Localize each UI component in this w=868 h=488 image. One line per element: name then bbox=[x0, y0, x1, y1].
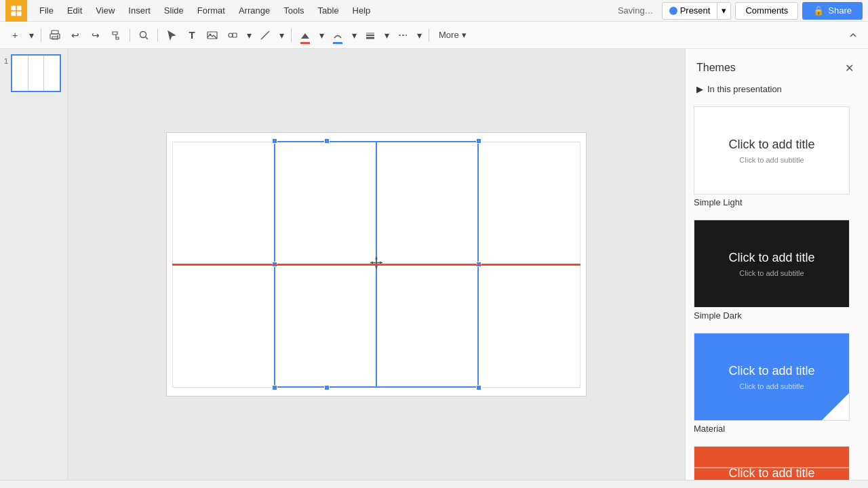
undo-button[interactable]: ↩ bbox=[66, 26, 85, 45]
handle-top-right[interactable] bbox=[476, 138, 481, 144]
line-button[interactable] bbox=[256, 26, 275, 45]
slide-number: 1 bbox=[4, 54, 8, 65]
divider-5 bbox=[429, 28, 429, 42]
svg-rect-3 bbox=[17, 11, 22, 16]
handle-mid-left[interactable] bbox=[272, 262, 277, 267]
text-button[interactable]: T bbox=[182, 26, 201, 45]
fill-color-dropdown[interactable]: ▾ bbox=[316, 26, 327, 45]
menu-tools[interactable]: Tools bbox=[277, 3, 311, 18]
theme-simple-dark-label: Simple Dark bbox=[694, 310, 860, 321]
border-dash-dropdown[interactable]: ▾ bbox=[414, 26, 425, 45]
menu-file[interactable]: File bbox=[33, 3, 60, 18]
menu-table[interactable]: Table bbox=[311, 3, 346, 18]
table-row-2 bbox=[173, 264, 580, 387]
cell-1-4[interactable] bbox=[478, 142, 580, 264]
more-label: More bbox=[439, 30, 459, 40]
divider-3 bbox=[157, 28, 158, 42]
theme-item-simple-dark: Click to add title Click to add subtitle… bbox=[686, 216, 868, 329]
shapes-button[interactable] bbox=[223, 26, 242, 45]
border-weight-button[interactable] bbox=[361, 26, 380, 45]
theme-simple-light-label: Simple Light bbox=[694, 197, 860, 207]
svg-rect-4 bbox=[52, 30, 58, 34]
in-presentation-label: In this presentation bbox=[707, 84, 782, 94]
present-main[interactable]: Present bbox=[663, 3, 718, 19]
menu-slide[interactable]: Slide bbox=[157, 3, 191, 18]
handle-mid-right[interactable] bbox=[476, 262, 481, 267]
in-presentation-section[interactable]: ▶ In this presentation bbox=[686, 81, 868, 102]
saving-status: Saving… bbox=[618, 5, 654, 16]
image-button[interactable] bbox=[203, 26, 222, 45]
collapse-button[interactable] bbox=[844, 26, 863, 45]
cell-1-1[interactable] bbox=[173, 142, 275, 264]
line-dropdown[interactable]: ▾ bbox=[276, 26, 287, 45]
menu-view[interactable]: View bbox=[89, 3, 121, 18]
menu-arrange[interactable]: Arrange bbox=[232, 3, 277, 18]
paint-format-button[interactable] bbox=[106, 26, 125, 45]
table-row-1 bbox=[173, 142, 580, 264]
comments-button[interactable]: Comments bbox=[735, 2, 798, 20]
divider-4 bbox=[291, 28, 292, 42]
cell-2-1[interactable] bbox=[173, 264, 275, 387]
menu-help[interactable]: Help bbox=[346, 3, 378, 18]
handle-bottom-center[interactable] bbox=[324, 385, 330, 390]
theme-material-title: Click to add title bbox=[728, 364, 814, 378]
slide-thumbnail-container: 1 bbox=[4, 54, 63, 92]
add-dropdown[interactable]: ▾ bbox=[26, 26, 37, 45]
in-presentation-arrow: ▶ bbox=[696, 84, 703, 94]
lock-icon: 🔒 bbox=[813, 5, 824, 16]
cell-1-3[interactable] bbox=[376, 142, 478, 264]
svg-line-9 bbox=[146, 37, 149, 39]
menu-insert[interactable]: Insert bbox=[121, 3, 157, 18]
theme-preview-simple-light[interactable]: Click to add title Click to add subtitle bbox=[694, 106, 850, 195]
theme-item-coral: Click to add title bbox=[686, 442, 868, 480]
present-dropdown-arrow[interactable]: ▾ bbox=[717, 3, 730, 19]
themes-close-button[interactable]: ✕ bbox=[841, 60, 857, 76]
theme-item-material: Click to add title Click to add subtitle… bbox=[686, 329, 868, 442]
coral-line bbox=[694, 467, 849, 468]
more-arrow: ▾ bbox=[462, 30, 467, 40]
cell-2-2[interactable] bbox=[275, 264, 376, 387]
border-dash-button[interactable] bbox=[393, 26, 412, 45]
handle-bottom-right[interactable] bbox=[476, 385, 481, 390]
cell-2-4[interactable] bbox=[478, 264, 580, 387]
svg-rect-13 bbox=[233, 33, 237, 37]
menu-format[interactable]: Format bbox=[191, 3, 232, 18]
slide-content[interactable] bbox=[166, 132, 587, 396]
present-button[interactable]: Present ▾ bbox=[662, 2, 732, 20]
main-area: 1 bbox=[0, 49, 868, 480]
more-button[interactable]: More ▾ bbox=[433, 26, 472, 45]
border-color-button[interactable] bbox=[328, 26, 347, 45]
thumb-col-2 bbox=[28, 56, 45, 91]
cell-1-2[interactable] bbox=[275, 142, 376, 264]
svg-rect-1 bbox=[17, 5, 22, 10]
table-container[interactable] bbox=[172, 141, 580, 388]
theme-preview-coral[interactable]: Click to add title bbox=[694, 446, 850, 480]
slide-thumbnail[interactable] bbox=[11, 54, 61, 92]
add-button[interactable]: + bbox=[5, 26, 24, 45]
menu-edit[interactable]: Edit bbox=[60, 3, 89, 18]
svg-rect-2 bbox=[12, 11, 16, 16]
print-button[interactable] bbox=[45, 26, 64, 45]
handle-top-center[interactable] bbox=[324, 138, 330, 144]
svg-rect-6 bbox=[52, 37, 58, 39]
cell-2-3[interactable] bbox=[376, 264, 478, 387]
handle-bottom-left[interactable] bbox=[272, 385, 277, 390]
handle-top-left[interactable] bbox=[272, 138, 277, 144]
canvas-area[interactable] bbox=[68, 49, 685, 480]
border-color-dropdown[interactable]: ▾ bbox=[349, 26, 359, 45]
svg-point-7 bbox=[57, 35, 58, 37]
theme-preview-material[interactable]: Click to add title Click to add subtitle bbox=[694, 333, 850, 421]
slide-table[interactable] bbox=[172, 141, 580, 388]
theme-simple-dark-title: Click to add title bbox=[728, 251, 814, 265]
theme-preview-simple-dark[interactable]: Click to add title Click to add subtitle bbox=[694, 220, 850, 308]
svg-rect-0 bbox=[12, 5, 16, 10]
redo-button[interactable]: ↪ bbox=[86, 26, 105, 45]
select-button[interactable] bbox=[162, 26, 181, 45]
share-button[interactable]: 🔒 Share bbox=[802, 2, 863, 20]
zoom-button[interactable] bbox=[134, 26, 153, 45]
themes-header: Themes ✕ bbox=[686, 49, 868, 81]
top-menu-bar: File Edit View Insert Slide Format Arran… bbox=[0, 0, 868, 22]
fill-color-button[interactable] bbox=[296, 26, 315, 45]
border-weight-dropdown[interactable]: ▾ bbox=[381, 26, 392, 45]
shapes-dropdown[interactable]: ▾ bbox=[243, 26, 254, 45]
